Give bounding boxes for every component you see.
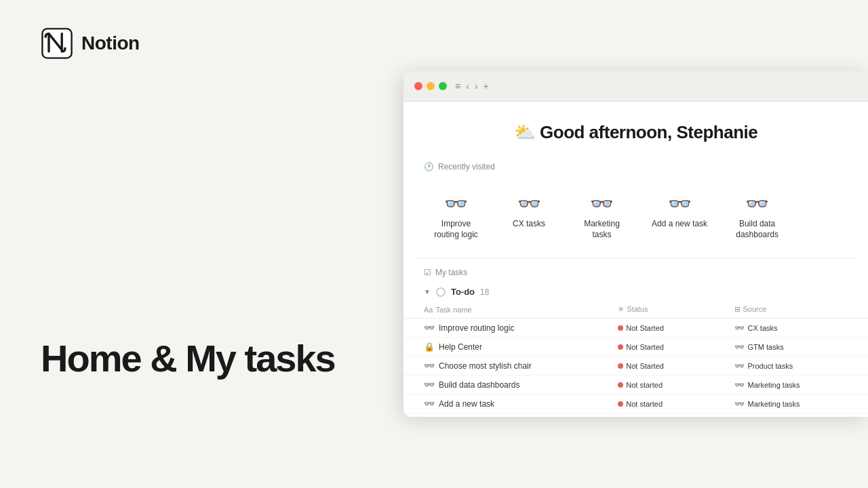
- source-emoji-icon: 👓: [734, 380, 745, 390]
- todo-row: ▼ To-do 18: [403, 283, 868, 301]
- greeting-message: Good afternoon, Stephanie: [540, 122, 757, 142]
- status-badge: Not Started: [618, 343, 664, 351]
- visited-card-2[interactable]: 👓 Marketing tasks: [563, 188, 641, 247]
- source-emoji-icon: 👓: [734, 361, 745, 371]
- source-cell: 👓 Product tasks: [734, 361, 863, 371]
- task-name-cell: 👓 Improve routing logic: [424, 323, 607, 333]
- task-emoji: 👓: [424, 323, 435, 333]
- visited-label-0: Improve routing logic: [428, 219, 484, 240]
- my-tasks-header: ☑ My tasks: [403, 258, 868, 283]
- status-badge: Not Started: [618, 362, 664, 370]
- recently-visited-label: Recently visited: [438, 162, 495, 171]
- traffic-lights: [414, 82, 447, 90]
- status-dot-icon: [618, 344, 623, 350]
- source-name: Marketing tasks: [748, 400, 800, 408]
- task-name-cell: 👓 Add a new task: [424, 399, 607, 409]
- visited-label-3: Add a new task: [652, 219, 707, 230]
- collapse-icon[interactable]: ▼: [424, 288, 431, 296]
- status-text: Not started: [626, 400, 663, 408]
- minimize-button[interactable]: [427, 82, 435, 90]
- visited-card-1[interactable]: 👓 CX tasks: [495, 188, 563, 247]
- visited-label-4: Build data dashboards: [729, 219, 785, 240]
- task-emoji: 👓: [424, 361, 435, 371]
- task-name: Improve routing logic: [439, 323, 514, 333]
- left-panel: Notion Home & My tasks: [0, 0, 393, 488]
- col-header-source: ⊞Source: [729, 301, 869, 319]
- tasks-table: AaTask name ✳Status ⊞Source 👓 Improve ro…: [403, 301, 868, 417]
- forward-icon[interactable]: ›: [475, 81, 478, 92]
- todo-circle-icon: [436, 287, 446, 297]
- visited-icon-0: 👓: [444, 195, 468, 214]
- status-dot-icon: [618, 325, 623, 331]
- visited-card-4[interactable]: 👓 Build data dashboards: [718, 188, 796, 247]
- table-row[interactable]: 👓 Add a new task Not started 👓 Marketing…: [403, 394, 868, 413]
- status-dot-icon: [618, 363, 623, 369]
- source-cell: 👓 GTM tasks: [734, 342, 863, 352]
- task-emoji: 👓: [424, 399, 435, 409]
- visited-label-1: CX tasks: [513, 219, 545, 230]
- col-header-status: ✳Status: [612, 301, 728, 319]
- back-icon[interactable]: ‹: [466, 81, 469, 92]
- visited-card-3[interactable]: 👓 Add a new task: [641, 188, 718, 247]
- table-header: AaTask name ✳Status ⊞Source: [403, 301, 868, 319]
- source-cell: 👓 CX tasks: [734, 323, 863, 333]
- status-dot-icon: [618, 401, 623, 407]
- table-row[interactable]: 👓 Improve routing logic Not Started 👓 CX…: [403, 319, 868, 338]
- source-name: CX tasks: [748, 324, 778, 332]
- visited-card-0[interactable]: 👓 Improve routing logic: [417, 188, 495, 247]
- table-row[interactable]: 👓 Review research results Not started 👓 …: [403, 413, 868, 417]
- visited-icon-2: 👓: [590, 195, 614, 214]
- table-row[interactable]: 🔒 Help Center Not Started 👓 GTM tasks: [403, 338, 868, 357]
- visited-label-2: Marketing tasks: [574, 219, 630, 240]
- status-text: Not started: [626, 381, 663, 389]
- greeting-emoji: ⛅: [514, 122, 536, 142]
- status-text: Not Started: [626, 324, 664, 332]
- source-name: Marketing tasks: [748, 381, 800, 389]
- visited-icon-3: 👓: [668, 195, 692, 214]
- task-name: Build data dashboards: [439, 380, 519, 390]
- status-badge: Not Started: [618, 324, 664, 332]
- maximize-button[interactable]: [439, 82, 447, 90]
- source-emoji-icon: 👓: [734, 399, 745, 409]
- task-name-cell: 🔒 Help Center: [424, 342, 607, 352]
- recently-visited-list: 👓 Improve routing logic 👓 CX tasks 👓 Mar…: [403, 177, 868, 258]
- task-emoji: 🔒: [424, 342, 435, 352]
- table-row[interactable]: 👓 Choose most stylish chair Not Started …: [403, 357, 868, 375]
- source-name: Product tasks: [748, 362, 793, 370]
- status-badge: Not started: [618, 381, 663, 389]
- task-name: Choose most stylish chair: [439, 361, 532, 371]
- source-cell: 👓 Marketing tasks: [734, 399, 863, 409]
- source-cell: 👓 Marketing tasks: [734, 380, 863, 390]
- status-badge: Not started: [618, 400, 663, 408]
- source-icon: ⊞: [734, 305, 741, 313]
- browser-controls: ≡ ‹ › +: [455, 81, 489, 92]
- source-emoji-icon: 👓: [734, 323, 745, 333]
- add-icon[interactable]: +: [484, 81, 489, 92]
- table-row[interactable]: 👓 Build data dashboards Not started 👓 Ma…: [403, 375, 868, 394]
- notion-logo-icon: [41, 27, 73, 60]
- visited-icon-4: 👓: [745, 195, 769, 214]
- checkbox-icon: ☑: [424, 268, 431, 277]
- table-body: 👓 Improve routing logic Not Started 👓 CX…: [403, 319, 868, 417]
- status-icon: ✳: [618, 305, 624, 313]
- clock-icon: 🕐: [424, 162, 434, 171]
- greeting-section: ⛅ Good afternoon, Stephanie: [403, 102, 868, 157]
- notion-brand-name: Notion: [81, 33, 140, 54]
- my-tasks-label: My tasks: [435, 268, 467, 277]
- task-name: Help Center: [439, 342, 482, 352]
- todo-count: 18: [480, 287, 489, 297]
- status-text: Not Started: [626, 343, 664, 351]
- source-name: GTM tasks: [748, 343, 784, 351]
- task-emoji: 👓: [424, 380, 435, 390]
- recently-visited-header: 🕐 Recently visited: [403, 157, 868, 177]
- task-name-cell: 👓 Choose most stylish chair: [424, 361, 607, 371]
- close-button[interactable]: [414, 82, 422, 90]
- menu-icon[interactable]: ≡: [455, 81, 460, 92]
- browser-chrome: ≡ ‹ › +: [403, 71, 868, 102]
- status-dot-icon: [618, 382, 623, 388]
- page-title: Home & My tasks: [41, 338, 353, 380]
- visited-icon-1: 👓: [517, 195, 541, 214]
- status-text: Not Started: [626, 362, 664, 370]
- task-name-cell: 👓 Build data dashboards: [424, 380, 607, 390]
- col-header-task: AaTask name: [403, 301, 612, 319]
